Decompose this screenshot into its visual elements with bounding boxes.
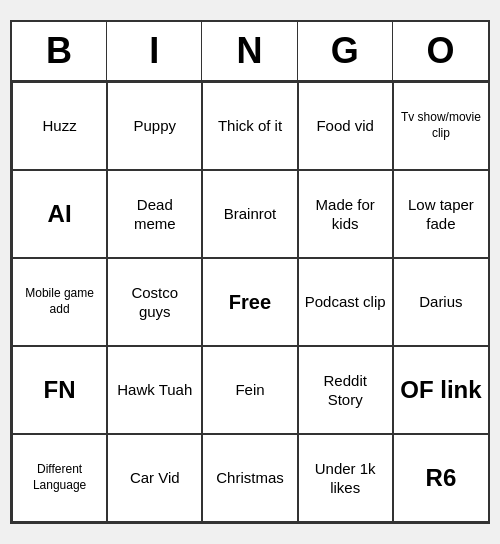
bingo-cell[interactable]: Podcast clip [298, 258, 393, 346]
bingo-cell[interactable]: OF link [393, 346, 488, 434]
bingo-cell[interactable]: Mobile game add [12, 258, 107, 346]
bingo-cell[interactable]: Huzz [12, 82, 107, 170]
bingo-cell[interactable]: Dead meme [107, 170, 202, 258]
bingo-cell[interactable]: Different Language [12, 434, 107, 522]
bingo-cell[interactable]: AI [12, 170, 107, 258]
header-letter: G [298, 22, 393, 80]
bingo-cell[interactable]: Christmas [202, 434, 297, 522]
header-letter: N [202, 22, 297, 80]
bingo-cell[interactable]: FN [12, 346, 107, 434]
header-letter: O [393, 22, 488, 80]
bingo-cell[interactable]: Reddit Story [298, 346, 393, 434]
header-letter: B [12, 22, 107, 80]
bingo-cell[interactable]: Thick of it [202, 82, 297, 170]
bingo-cell[interactable]: Hawk Tuah [107, 346, 202, 434]
bingo-cell[interactable]: Under 1k likes [298, 434, 393, 522]
bingo-cell[interactable]: Brainrot [202, 170, 297, 258]
bingo-cell[interactable]: Free [202, 258, 297, 346]
header-letter: I [107, 22, 202, 80]
bingo-cell[interactable]: Darius [393, 258, 488, 346]
bingo-cell[interactable]: Low taper fade [393, 170, 488, 258]
bingo-cell[interactable]: Puppy [107, 82, 202, 170]
bingo-grid: HuzzPuppyThick of itFood vidTv show/movi… [12, 82, 488, 522]
bingo-cell[interactable]: Made for kids [298, 170, 393, 258]
bingo-header: BINGO [12, 22, 488, 82]
bingo-cell[interactable]: Fein [202, 346, 297, 434]
bingo-cell[interactable]: Tv show/movie clip [393, 82, 488, 170]
bingo-cell[interactable]: Costco guys [107, 258, 202, 346]
bingo-cell[interactable]: Food vid [298, 82, 393, 170]
bingo-cell[interactable]: R6 [393, 434, 488, 522]
bingo-card: BINGO HuzzPuppyThick of itFood vidTv sho… [10, 20, 490, 524]
bingo-cell[interactable]: Car Vid [107, 434, 202, 522]
